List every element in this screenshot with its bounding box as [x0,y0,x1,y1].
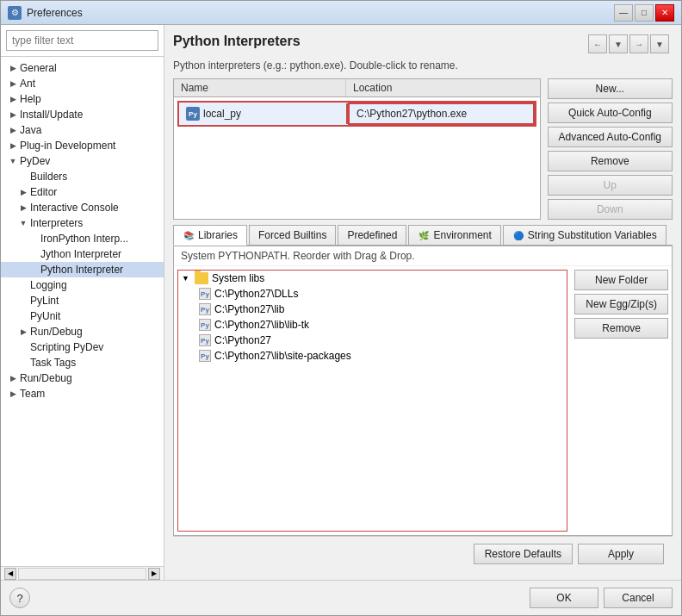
arrow-icon: ▼ [8,156,18,166]
filter-input[interactable] [6,30,158,51]
sidebar-item-run-debug-pydev[interactable]: ▶ Run/Debug [1,324,164,339]
close-button[interactable]: ✕ [655,4,674,22]
nav-dropdown-button[interactable]: ▼ [609,34,628,53]
syspath-tree: ▼ System libs Py C:\Python27\DLLs Py C:\… [177,270,567,532]
sidebar-item-pylint[interactable]: PyLint [1,293,164,308]
tab-libraries[interactable]: 📚 Libraries [173,225,247,246]
tab-environment[interactable]: 🌿 Environment [408,225,500,245]
sidebar-item-team[interactable]: ▶ Team [1,386,164,401]
sidebar-item-logging[interactable]: Logging [1,277,164,293]
restore-defaults-button[interactable]: Restore Defaults [474,544,573,564]
table-body: Py local_py C:\Python27\python.exe [174,97,540,130]
sidebar-item-label: PyDev [20,155,50,167]
quick-auto-config-button[interactable]: Quick Auto-Config [548,103,673,123]
sidebar-item-label: General [20,62,57,74]
nav-forward-dropdown-button[interactable]: ▼ [650,34,669,53]
ok-button[interactable]: OK [530,588,598,608]
python-icon: Py [186,107,200,121]
file-icon: Py [199,334,211,346]
sidebar-item-run-debug[interactable]: ▶ Run/Debug [1,370,164,386]
sidebar-item-help[interactable]: ▶ Help [1,91,164,107]
sidebar-tree: ▶ General ▶ Ant ▶ Help ▶ Install/Update … [1,57,164,566]
arrow-icon [18,342,28,352]
sidebar-item-interactive-console[interactable]: ▶ Interactive Console [1,200,164,215]
new-egg-zip-button[interactable]: New Egg/Zip(s) [574,294,668,314]
interpreter-name-cell: Py local_py [179,103,348,124]
arrow-icon [18,280,28,290]
syspath-child-item[interactable]: Py C:\Python27\lib\lib-tk [178,317,567,333]
remove-interpreter-button[interactable]: Remove [548,151,673,171]
syspath-child-item[interactable]: Py C:\Python27 [178,333,567,348]
nav-forward-button[interactable]: → [629,34,648,53]
panel-description: Python interpreters (e.g.: python.exe). … [173,59,673,72]
cancel-button[interactable]: Cancel [604,588,673,608]
arrow-icon: ▶ [8,373,18,383]
bottom-action-bar: Restore Defaults Apply [173,536,673,571]
apply-button[interactable]: Apply [578,544,664,564]
arrow-icon: ▶ [18,327,28,337]
sidebar-item-pydev[interactable]: ▼ PyDev [1,153,164,169]
sidebar-item-python[interactable]: Python Interpreter [1,262,164,277]
tab-string-substitution[interactable]: 🔵 String Substitution Variables [503,225,666,245]
arrow-icon [18,358,28,368]
table-row[interactable]: Py local_py C:\Python27\python.exe [177,101,536,127]
sidebar-item-plugin-dev[interactable]: ▶ Plug-in Development [1,138,164,153]
sidebar-item-task-tags[interactable]: Task Tags [1,355,164,370]
tab-predefined[interactable]: Predefined [338,225,406,245]
interpreter-name-label: local_py [203,108,241,120]
tabs-bar: 📚 Libraries Forced Builtins Predefined 🌿… [173,225,673,246]
remove-syspath-button[interactable]: Remove [574,318,668,339]
sidebar-item-scripting-pydev[interactable]: Scripting PyDev [1,339,164,355]
sidebar-item-label: Logging [30,279,67,291]
new-folder-button[interactable]: New Folder [574,270,668,290]
sidebar-item-install-update[interactable]: ▶ Install/Update [1,107,164,122]
table-header: Name Location [174,79,540,97]
interpreter-area: Name Location Py local_py C:\Python27\py… [173,78,673,220]
advanced-auto-config-button[interactable]: Advanced Auto-Config [548,127,673,147]
help-button[interactable]: ? [9,588,30,608]
nav-back-button[interactable]: ← [588,34,607,53]
syspath-buttons: New Folder New Egg/Zip(s) Remove [571,266,672,535]
new-button[interactable]: New... [548,78,673,99]
libraries-tab-icon: 📚 [183,229,195,241]
up-button[interactable]: Up [548,175,673,196]
horizontal-scrollbar[interactable] [18,568,146,580]
tab-forced-builtins[interactable]: Forced Builtins [249,225,336,245]
syspath-child-item[interactable]: Py C:\Python27\lib [178,302,567,317]
sidebar-item-editor[interactable]: ▶ Editor [1,184,164,200]
down-button[interactable]: Down [548,199,673,220]
syspath-child-item[interactable]: Py C:\Python27\DLLs [178,286,567,302]
maximize-button[interactable]: □ [635,4,654,22]
file-icon: Py [199,319,211,331]
tab-label: String Substitution Variables [528,229,657,241]
sidebar-item-label: Python Interpreter [40,264,123,276]
sidebar-item-jython[interactable]: Jython Interpreter [1,246,164,262]
scroll-left-button[interactable]: ◀ [4,568,16,580]
col-name-header: Name [174,79,346,96]
sidebar-item-pyunit[interactable]: PyUnit [1,308,164,324]
arrow-icon [18,311,28,321]
arrow-icon: ▶ [8,125,18,135]
syspath-root-item[interactable]: ▼ System libs [178,271,567,286]
sidebar-item-label: Task Tags [30,357,76,369]
sidebar: ▶ General ▶ Ant ▶ Help ▶ Install/Update … [1,25,164,580]
sidebar-item-interpreters[interactable]: ▼ Interpreters [1,215,164,231]
sidebar-item-java[interactable]: ▶ Java [1,122,164,138]
sidebar-item-label: Ant [20,78,35,90]
interpreter-location-cell: C:\Python27\python.exe [348,103,535,125]
scroll-right-button[interactable]: ▶ [148,568,160,580]
tab-label: Predefined [347,229,397,241]
minimize-button[interactable]: — [614,4,633,22]
sidebar-item-ant[interactable]: ▶ Ant [1,76,164,91]
arrow-icon: ▶ [8,78,18,89]
sidebar-item-label: Jython Interpreter [40,248,121,260]
arrow-icon: ▶ [8,109,18,120]
sidebar-item-ironpython[interactable]: IronPython Interp... [1,231,164,246]
arrow-icon: ▶ [8,94,18,104]
arrow-icon: ▶ [18,187,28,197]
sidebar-item-general[interactable]: ▶ General [1,60,164,76]
sidebar-item-builders[interactable]: Builders [1,169,164,184]
syspath-child-item[interactable]: Py C:\Python27\lib\site-packages [178,348,567,364]
nav-arrows: ← ▼ → ▼ [588,34,673,53]
arrow-icon [18,296,28,306]
